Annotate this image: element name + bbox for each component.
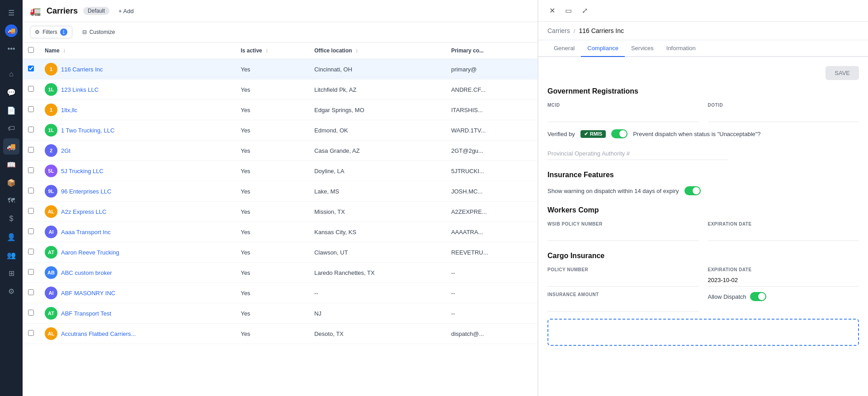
carrier-avatar: 1L xyxy=(45,124,57,137)
select-all-checkbox[interactable] xyxy=(28,47,34,53)
table-row[interactable]: 1L 123 Links LLC Yes Litchfield Pk, AZ A… xyxy=(23,80,538,100)
row-checkbox[interactable] xyxy=(28,228,34,234)
save-button[interactable]: SAVE xyxy=(826,66,859,80)
carrier-name[interactable]: 5J Trucking LLC xyxy=(61,168,104,174)
policy-number-input[interactable] xyxy=(547,274,699,287)
dots-icon[interactable]: ••• xyxy=(3,41,19,57)
allow-dispatch-label: Allow Dispatch xyxy=(708,293,746,300)
table-row[interactable]: 1 116 Carriers Inc Yes Cincinnati, OH pr… xyxy=(23,59,538,80)
primary-contact-cell: AAAATRA... xyxy=(446,222,538,242)
table-row[interactable]: AI Aaaa Transport Inc Yes Kansas City, K… xyxy=(23,222,538,242)
table-row[interactable]: 1L 1 Two Trucking, LLC Yes Edmond, OK WA… xyxy=(23,120,538,141)
carrier-avatar: AB xyxy=(45,266,57,279)
dollar-icon[interactable]: $ xyxy=(3,211,19,227)
customize-label: Customize xyxy=(90,29,115,35)
mcid-input[interactable] xyxy=(547,109,699,122)
row-checkbox[interactable] xyxy=(28,208,34,214)
row-checkbox[interactable] xyxy=(28,167,34,173)
carrier-name[interactable]: 1 Two Trucking, LLC xyxy=(61,127,114,134)
carrier-name[interactable]: Accutrans Flatbed Carriers... xyxy=(61,330,136,337)
carrier-name[interactable]: 123 Links LLC xyxy=(61,86,99,93)
people-icon[interactable]: 👤 xyxy=(3,229,19,245)
is-active-cell: Yes xyxy=(235,181,309,202)
table-row[interactable]: AL Accutrans Flatbed Carriers... Yes Des… xyxy=(23,324,538,344)
tab-general[interactable]: General xyxy=(547,40,581,57)
provincial-input[interactable] xyxy=(547,147,728,160)
grid-icon[interactable]: ⊞ xyxy=(3,265,19,281)
chat-icon[interactable]: 💬 xyxy=(3,84,19,100)
insurance-amount-input[interactable] xyxy=(547,299,699,311)
customize-button[interactable]: ⊟ Customize xyxy=(78,27,120,38)
tab-services[interactable]: Services xyxy=(625,40,660,57)
row-checkbox[interactable] xyxy=(28,147,34,153)
row-checkbox[interactable] xyxy=(28,269,34,275)
row-checkbox[interactable] xyxy=(28,127,34,132)
table-header: 🚛 Carriers Default + Add xyxy=(23,0,538,22)
carrier-name[interactable]: ABF Transport Test xyxy=(61,310,111,317)
tab-information[interactable]: Information xyxy=(660,40,702,57)
row-checkbox[interactable] xyxy=(28,289,34,295)
carrier-name[interactable]: 116 Carriers Inc xyxy=(61,66,103,73)
row-checkbox[interactable] xyxy=(28,188,34,193)
default-badge[interactable]: Default xyxy=(83,7,109,15)
add-button[interactable]: + Add xyxy=(115,6,137,16)
home-icon[interactable]: ⌂ xyxy=(3,66,19,82)
row-checkbox[interactable] xyxy=(28,330,34,336)
table-row[interactable]: AI ABF MASONRY INC Yes -- -- xyxy=(23,283,538,303)
tab-compliance[interactable]: Compliance xyxy=(581,40,625,57)
book-icon[interactable]: 📖 xyxy=(3,156,19,173)
table-row[interactable]: AB ABC custom broker Yes Laredo Ranchett… xyxy=(23,263,538,283)
rmis-checkmark: ✔ xyxy=(584,131,588,137)
row-checkbox[interactable] xyxy=(28,310,34,316)
table-row[interactable]: AL A2z Express LLC Yes Mission, TX A2ZEX… xyxy=(23,202,538,222)
carrier-name[interactable]: A2z Express LLC xyxy=(61,208,106,215)
table-row[interactable]: 5L 5J Trucking LLC Yes Doyline, LA 5JTRU… xyxy=(23,161,538,181)
prevent-dispatch-toggle[interactable] xyxy=(611,129,627,138)
table-row[interactable]: 9L 96 Enterprises LLC Yes Lake, MS JOSH.… xyxy=(23,181,538,202)
truck-icon[interactable]: 🚚 xyxy=(3,138,19,155)
users-icon[interactable]: 👥 xyxy=(3,247,19,263)
toggle-knob xyxy=(619,130,627,137)
carrier-name[interactable]: ABF MASONRY INC xyxy=(61,290,115,297)
workers-comp-title: Workers Comp xyxy=(547,206,859,214)
route-icon[interactable]: 🗺 xyxy=(3,193,19,209)
table-row[interactable]: 1 1ltx,llc Yes Edgar Springs, MO ITARSHI… xyxy=(23,100,538,120)
box-icon[interactable]: 📦 xyxy=(3,174,19,191)
expand-button[interactable]: ⤢ xyxy=(578,5,591,17)
row-checkbox[interactable] xyxy=(28,86,34,92)
dashed-upload-box[interactable] xyxy=(547,319,859,346)
carrier-name[interactable]: 2Gt xyxy=(61,147,71,154)
office-location-cell: NJ xyxy=(309,303,446,324)
row-checkbox[interactable] xyxy=(28,66,34,71)
workers-expiration-input[interactable] xyxy=(708,228,859,241)
table-row[interactable]: 2 2Gt Yes Casa Grande, AZ 2GT@2gu... xyxy=(23,141,538,161)
menu-icon[interactable]: ☰ xyxy=(3,5,19,21)
settings-icon[interactable]: ⚙ xyxy=(3,283,19,299)
wsib-input[interactable] xyxy=(547,228,699,241)
insurance-warning-toggle[interactable] xyxy=(684,186,701,195)
carrier-name[interactable]: 96 Enterprises LLC xyxy=(61,188,111,195)
table-row[interactable]: AT ABF Transport Test Yes NJ -- xyxy=(23,303,538,324)
filters-button[interactable]: ⚙ Filters 1 xyxy=(30,26,72,38)
office-location-cell: Edgar Springs, MO xyxy=(309,100,446,120)
carrier-name[interactable]: 1ltx,llc xyxy=(61,107,77,113)
carrier-avatar: 2 xyxy=(45,144,57,157)
allow-dispatch-toggle[interactable] xyxy=(750,292,766,301)
table-row[interactable]: AT Aaron Reeve Trucking Yes Clawson, UT … xyxy=(23,242,538,263)
carrier-name[interactable]: Aaaa Transport Inc xyxy=(61,229,111,236)
minimize-button[interactable]: ▭ xyxy=(562,5,575,17)
document-icon[interactable]: 📄 xyxy=(3,102,19,118)
cargo-amount-row: INSURANCE AMOUNT Allow Dispatch xyxy=(547,292,859,311)
carriers-list: Name ↕ Is active ↕ Office location ↕ Pri… xyxy=(23,42,538,344)
row-checkbox[interactable] xyxy=(28,249,34,255)
is-active-cell: Yes xyxy=(235,303,309,324)
tag-icon[interactable]: 🏷 xyxy=(3,120,19,137)
row-checkbox[interactable] xyxy=(28,106,34,112)
carrier-avatar: 9L xyxy=(45,185,57,198)
cargo-expiration-input[interactable] xyxy=(708,274,859,287)
close-button[interactable]: ✕ xyxy=(546,5,558,17)
dotid-input[interactable] xyxy=(708,109,859,122)
carrier-name[interactable]: ABC custom broker xyxy=(61,269,112,276)
breadcrumb-carriers-link[interactable]: Carriers xyxy=(547,27,570,34)
carrier-name[interactable]: Aaron Reeve Trucking xyxy=(61,249,119,256)
